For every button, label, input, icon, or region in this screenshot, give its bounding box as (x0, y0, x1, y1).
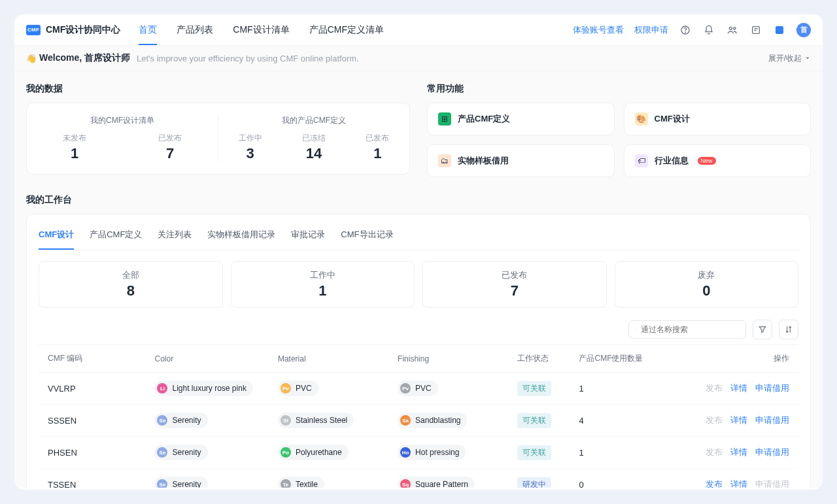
chip: SeSerenity (154, 412, 207, 428)
summary-card[interactable]: 全部8 (39, 261, 223, 308)
stat: 已发布7 (122, 133, 218, 162)
svg-point-2 (729, 27, 732, 29)
chip: PvPVC (398, 380, 438, 396)
note-icon[interactable] (749, 24, 762, 37)
publish-link-disabled: 发布 (706, 415, 723, 425)
function-label: 行业信息 (655, 155, 689, 167)
new-badge: New (698, 157, 716, 165)
chip: HoHot pressing (398, 445, 466, 460)
cell-code: VVLRP (39, 373, 148, 405)
workbench-title: 我的工作台 (26, 194, 811, 206)
borrow-link[interactable]: 申请借用 (755, 383, 789, 393)
search-box[interactable] (628, 320, 746, 339)
svg-point-6 (636, 329, 636, 329)
cell-ops: 发布详情申请借用 (675, 437, 799, 469)
cell-finishing: SqSquare Pattern (391, 469, 511, 488)
stats-left-title: 我的CMF设计清单 (27, 115, 218, 126)
expand-collapse-toggle[interactable]: 展开/收起 (768, 53, 811, 64)
borrow-link[interactable]: 申请借用 (755, 447, 789, 457)
workbench-tab[interactable]: 产品CMF定义 (90, 226, 142, 250)
workbench-tab[interactable]: 关注列表 (158, 226, 192, 250)
nav-item[interactable]: 首页 (139, 15, 157, 45)
chip: SeSerenity (154, 477, 207, 488)
table-row: TSSENSeSerenityTeTextileSqSquare Pattern… (39, 469, 798, 488)
help-icon[interactable] (679, 24, 692, 37)
detail-link[interactable]: 详情 (730, 383, 747, 393)
top-nav: CMF CMF设计协同中心 首页产品列表CMF设计清单产品CMF定义清单 体验账… (14, 14, 823, 46)
cell-status: 可关联 (511, 437, 572, 469)
stats-right-title: 我的产品CMF定义 (218, 115, 409, 126)
publish-link[interactable]: 发布 (706, 479, 723, 488)
function-icon: 🎨 (635, 112, 648, 126)
avatar[interactable]: 首 (796, 23, 811, 37)
workbench-tab[interactable]: 审批记录 (291, 226, 325, 250)
filter-button[interactable] (753, 320, 772, 339)
search-input[interactable] (641, 325, 739, 334)
stat: 未发布1 (27, 133, 122, 162)
brand-logo: CMF (26, 25, 41, 35)
table-row: PHSENSeSerenityPoPolyurethaneHoHot press… (39, 437, 798, 469)
cell-color: LiLight luxury rose pink (148, 373, 271, 405)
welcome-prefix: Welcome, (39, 52, 84, 63)
cell-status: 可关联 (511, 373, 572, 405)
stat: 已冻结14 (282, 133, 345, 162)
cell-material: PoPolyurethane (271, 437, 391, 469)
nav-item[interactable]: 产品CMF定义清单 (309, 15, 384, 45)
chip: SeSerenity (154, 445, 207, 460)
filter-icon (758, 325, 767, 334)
cell-color: SeSerenity (148, 405, 271, 437)
borrow-link-disabled: 申请借用 (755, 479, 789, 488)
cell-usage: 4 (572, 405, 675, 437)
function-card[interactable]: 🎨CMF设计 (624, 103, 811, 135)
svg-point-3 (734, 27, 736, 29)
col-material: Material (271, 345, 391, 373)
users-icon[interactable] (726, 24, 739, 37)
col-color: Color (148, 345, 271, 373)
cell-material: StStainless Steel (271, 405, 391, 437)
search-icon (636, 326, 637, 334)
stat: 工作中3 (218, 133, 282, 162)
app-icon[interactable] (773, 24, 786, 37)
detail-link[interactable]: 详情 (730, 479, 747, 488)
summary-card[interactable]: 工作中1 (231, 261, 415, 308)
sort-icon (784, 325, 793, 334)
cell-ops: 发布详情申请借用 (675, 469, 799, 488)
permission-apply-link[interactable]: 权限申请 (634, 24, 668, 36)
svg-rect-5 (776, 26, 783, 34)
chip: PvPVC (278, 380, 318, 396)
workbench-tab[interactable]: CMF导出记录 (341, 226, 393, 250)
chip: TeTextile (278, 477, 324, 488)
my-data-card: 我的CMF设计清单 未发布1已发布7 我的产品CMF定义 工作中3已冻结14已发… (26, 103, 410, 175)
cell-finishing: HoHot pressing (391, 437, 511, 469)
welcome-strip: 👋 Welcome, 首席设计师 Let's improve your effi… (14, 46, 823, 71)
cell-status: 可关联 (511, 405, 572, 437)
my-data-title: 我的数据 (26, 83, 410, 95)
summary-card[interactable]: 已发布7 (422, 261, 607, 308)
svg-point-1 (685, 31, 686, 32)
cell-code: PHSEN (39, 437, 148, 469)
detail-link[interactable]: 详情 (730, 415, 747, 425)
borrow-link[interactable]: 申请借用 (755, 415, 789, 425)
summary-card[interactable]: 废弃0 (615, 261, 799, 308)
function-label: 实物样板借用 (458, 155, 509, 167)
workbench-tab[interactable]: 实物样板借用记录 (207, 226, 275, 250)
detail-link[interactable]: 详情 (730, 447, 747, 457)
function-card[interactable]: 🏷行业信息New (624, 144, 811, 177)
cell-finishing: SaSandblasting (391, 405, 511, 437)
nav-item[interactable]: 产品列表 (177, 15, 213, 45)
cell-usage: 1 (572, 373, 675, 405)
function-card[interactable]: ⊞产品CMF定义 (427, 103, 615, 135)
cell-ops: 发布详情申请借用 (675, 405, 799, 437)
function-card[interactable]: 🗂实物样板借用 (427, 144, 615, 177)
stat: 已发布1 (346, 133, 409, 162)
experience-account-link[interactable]: 体验账号查看 (573, 24, 624, 36)
nav-item[interactable]: CMF设计清单 (233, 15, 289, 45)
workbench-tab[interactable]: CMF设计 (39, 226, 74, 250)
cell-finishing: PvPVC (391, 373, 511, 405)
sort-button[interactable] (779, 320, 798, 339)
functions-title: 常用功能 (427, 83, 811, 95)
workbench-panel: CMF设计产品CMF定义关注列表实物样板借用记录审批记录CMF导出记录 全部8工… (26, 214, 811, 488)
cell-color: SeSerenity (148, 469, 271, 488)
bell-icon[interactable] (702, 24, 715, 37)
publish-link-disabled: 发布 (706, 447, 723, 457)
